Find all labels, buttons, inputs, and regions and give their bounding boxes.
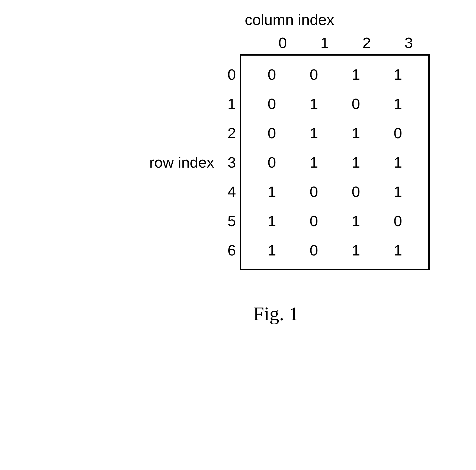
matrix-cell: 0 [293, 183, 335, 200]
row-header: 2 [222, 118, 236, 148]
matrix-cell: 1 [377, 66, 419, 83]
matrix-cell: 0 [377, 124, 419, 142]
row-header: 1 [222, 89, 236, 118]
row-header: 4 [222, 177, 236, 206]
matrix-row: 1 0 1 0 [251, 206, 419, 235]
row-header: 6 [222, 235, 236, 265]
row-headers: 0 1 2 3 4 5 6 [222, 60, 236, 265]
matrix-box: 0 0 1 1 0 1 0 1 0 1 1 0 [240, 54, 430, 270]
matrix-row: 0 1 1 1 [251, 148, 419, 177]
matrix-row: 0 1 0 1 [251, 89, 419, 118]
matrix-row: 0 1 1 0 [251, 118, 419, 148]
matrix-grid: 0 0 1 1 0 1 0 1 0 1 1 0 [251, 60, 419, 265]
matrix-cell: 0 [251, 66, 293, 83]
matrix-row: 1 0 1 1 [251, 235, 419, 265]
row-header: 5 [222, 206, 236, 235]
matrix-cell: 1 [377, 154, 419, 171]
top-area: column index 0 1 2 3 row index 0 1 2 3 4… [149, 11, 430, 270]
column-headers: 0 1 2 3 [243, 34, 430, 52]
matrix-cell: 1 [251, 183, 293, 200]
matrix-cell: 0 [293, 66, 335, 83]
row-title: row index [149, 154, 214, 171]
matrix-cell: 1 [251, 212, 293, 230]
column-header: 2 [346, 34, 388, 52]
row-header: 0 [222, 60, 236, 89]
matrix-row: 1 0 0 1 [251, 177, 419, 206]
matrix-cell: 0 [251, 154, 293, 171]
row-header: 3 [222, 148, 236, 177]
matrix-cell: 1 [335, 212, 377, 230]
matrix-cell: 0 [377, 212, 419, 230]
matrix-cell: 1 [335, 241, 377, 259]
matrix-cell: 1 [335, 154, 377, 171]
matrix-cell: 1 [377, 183, 419, 200]
matrix-row: 0 0 1 1 [251, 60, 419, 89]
matrix-cell: 1 [293, 154, 335, 171]
matrix-cell: 1 [335, 124, 377, 142]
matrix-cell: 0 [293, 241, 335, 259]
matrix-cell: 0 [335, 183, 377, 200]
matrix-cell: 0 [251, 95, 293, 113]
column-header: 1 [304, 34, 346, 52]
main-row: row index 0 1 2 3 4 5 6 0 0 1 1 [149, 54, 430, 270]
figure-container: column index 0 1 2 3 row index 0 1 2 3 4… [11, 11, 465, 325]
matrix-cell: 1 [335, 66, 377, 83]
matrix-cell: 1 [377, 95, 419, 113]
column-header: 3 [388, 34, 430, 52]
matrix-cell: 0 [251, 124, 293, 142]
matrix-cell: 1 [251, 241, 293, 259]
column-header: 0 [262, 34, 304, 52]
matrix-cell: 1 [293, 95, 335, 113]
matrix-cell: 0 [293, 212, 335, 230]
matrix-cell: 0 [335, 95, 377, 113]
figure-caption: Fig. 1 [0, 303, 476, 325]
matrix-cell: 1 [377, 241, 419, 259]
matrix-cell: 1 [293, 124, 335, 142]
column-title: column index [149, 11, 430, 28]
